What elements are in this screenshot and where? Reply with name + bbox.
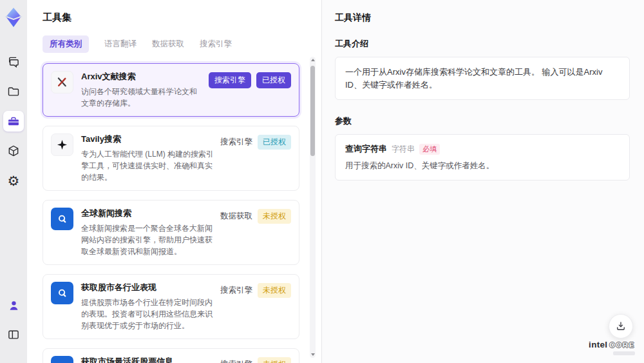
- param-required-badge: 必填: [419, 144, 440, 155]
- gear-icon: ⚙: [8, 174, 20, 188]
- tool-title: 获取市场最活跃股票信息: [81, 356, 214, 363]
- intro-heading: 工具介绍: [335, 38, 630, 50]
- category-tag: 搜索引擎: [220, 285, 252, 296]
- intro-text: 一个用于从Arxiv存储库搜索科学论文和文章的工具。 输入可以是Arxiv ID…: [345, 66, 620, 91]
- card-tags: 搜索引擎 已授权: [209, 72, 291, 88]
- tool-card-arxiv[interactable]: Arxiv文献搜索 访问各个研究领域大量科学论文和文章的存储库。 搜索引擎 已授…: [43, 63, 299, 117]
- sidebar-item-tools[interactable]: [3, 111, 24, 132]
- scrollbar-up-arrow-icon[interactable]: [310, 57, 316, 63]
- app-logo-gem-icon: [3, 6, 24, 28]
- sidebar-item-chat[interactable]: [3, 52, 24, 72]
- authorized-tag-button[interactable]: 已授权: [256, 72, 291, 88]
- card-body: 全球新闻搜索 全球新闻搜索是一个聚合全球各大新闻网站内容的搜索引擎，帮助用户快速…: [73, 208, 220, 257]
- category-tag: 数据获取: [220, 211, 252, 222]
- authorized-badge: 已授权: [258, 135, 291, 150]
- card-tags: 搜索引擎 未授权: [220, 283, 291, 298]
- intro-box: 一个用于从Arxiv存储库搜索科学论文和文章的工具。 输入可以是Arxiv ID…: [335, 57, 630, 100]
- tab-data-fetch[interactable]: 数据获取: [152, 35, 184, 53]
- news-search-icon: [51, 208, 73, 230]
- download-button[interactable]: [609, 314, 633, 338]
- param-type: 字符串: [392, 144, 415, 155]
- param-description: 用于搜索的Arxiv ID、关键字或作者姓名。: [345, 161, 620, 172]
- tool-title: 全球新闻搜索: [81, 208, 214, 219]
- param-header: 查询字符串 字符串 必填: [345, 143, 620, 155]
- param-name: 查询字符串: [345, 143, 387, 155]
- toolbox-icon: [7, 115, 20, 128]
- page-title: 工具集: [43, 12, 299, 24]
- sidebar-item-files[interactable]: [3, 81, 24, 102]
- chat-icon: [7, 55, 20, 68]
- tool-title: Tavily搜索: [81, 133, 214, 145]
- tool-description: 全球新闻搜索是一个聚合全球各大新闻网站内容的搜索引擎，帮助用户快速获取全球最新资…: [81, 222, 214, 257]
- sidebar-item-panels[interactable]: [3, 324, 24, 345]
- card-body: 获取股市各行业表现 提供股票市场各个行业在特定时间段内的表现。投资者可以利用这些…: [73, 282, 220, 331]
- split-panel-icon: [7, 328, 20, 341]
- unauthorized-badge: 未授权: [258, 357, 291, 363]
- market-sector-icon: [51, 282, 73, 304]
- tool-list-panel: 工具集 所有类别 语言翻译 数据获取 搜索引擎 Arxiv文献搜索 访问各个研究…: [27, 0, 322, 363]
- tool-card-global-news[interactable]: 全球新闻搜索 全球新闻搜索是一个聚合全球各大新闻网站内容的搜索引擎，帮助用户快速…: [43, 200, 299, 265]
- tool-title: Arxiv文献搜索: [81, 71, 202, 83]
- card-body: 获取市场最活跃股票信息 提供当天交易量最高的股票列表。投资者可以利用这些信息来识…: [73, 356, 220, 363]
- download-icon: [615, 320, 627, 332]
- card-body: Tavily搜索 专为人工智能代理 (LLM) 构建的搜索引擎工具，可快速提供实…: [73, 133, 220, 183]
- sidebar-item-packages[interactable]: [3, 141, 24, 161]
- intel-core-logo: intel CORE: [589, 340, 635, 355]
- category-tag: 搜索引擎: [220, 359, 252, 363]
- unauthorized-badge: 未授权: [258, 209, 291, 224]
- sidebar-item-settings[interactable]: ⚙: [3, 170, 24, 191]
- category-tabs: 所有类别 语言翻译 数据获取 搜索引擎: [43, 35, 299, 53]
- card-tags: 搜索引擎 已授权: [220, 135, 291, 150]
- tool-description: 提供股票市场各个行业在特定时间段内的表现。投资者可以利用这些信息来识别表现优于或…: [81, 297, 214, 331]
- arxiv-logo-icon: [51, 71, 73, 93]
- brand-sub-mark: [613, 351, 635, 355]
- tool-detail-panel: 工具详情 工具介绍 一个用于从Arxiv存储库搜索科学论文和文章的工具。 输入可…: [322, 0, 644, 363]
- params-box: 查询字符串 字符串 必填 用于搜索的Arxiv ID、关键字或作者姓名。: [335, 134, 630, 181]
- user-icon: [8, 299, 20, 311]
- tab-language-translation[interactable]: 语言翻译: [104, 35, 137, 53]
- tool-card-tavily[interactable]: Tavily搜索 专为人工智能代理 (LLM) 构建的搜索引擎工具，可快速提供实…: [43, 126, 299, 191]
- category-tag: 搜索引擎: [220, 137, 252, 148]
- main-area: 工具集 所有类别 语言翻译 数据获取 搜索引擎 Arxiv文献搜索 访问各个研究…: [27, 0, 644, 363]
- folder-icon: [7, 85, 20, 98]
- category-tag-button[interactable]: 搜索引擎: [209, 72, 251, 88]
- active-stocks-icon: [51, 356, 73, 363]
- scrollbar-down-arrow-icon[interactable]: [310, 351, 316, 358]
- tool-description: 访问各个研究领域大量科学论文和文章的存储库。: [81, 86, 202, 109]
- brand-core-text: CORE: [609, 341, 635, 349]
- unauthorized-badge: 未授权: [258, 283, 291, 298]
- sidebar-item-account[interactable]: [3, 295, 24, 315]
- tool-card-sector-performance[interactable]: 获取股市各行业表现 提供股票市场各个行业在特定时间段内的表现。投资者可以利用这些…: [43, 274, 299, 339]
- tool-description: 专为人工智能代理 (LLM) 构建的搜索引擎工具，可快速提供实时、准确和真实的结…: [81, 148, 214, 183]
- tool-title: 获取股市各行业表现: [81, 282, 214, 293]
- tab-search-engine[interactable]: 搜索引擎: [200, 35, 232, 53]
- detail-title: 工具详情: [335, 12, 630, 24]
- sidebar-rail: ⚙: [0, 0, 27, 363]
- tool-card-active-stocks[interactable]: 获取市场最活跃股票信息 提供当天交易量最高的股票列表。投资者可以利用这些信息来识…: [43, 348, 299, 363]
- list-scrollbar[interactable]: [310, 57, 316, 358]
- card-body: Arxiv文献搜索 访问各个研究领域大量科学论文和文章的存储库。: [73, 71, 209, 109]
- card-tags: 数据获取 未授权: [220, 209, 291, 224]
- package-icon: [7, 144, 20, 157]
- tool-card-list: Arxiv文献搜索 访问各个研究领域大量科学论文和文章的存储库。 搜索引擎 已授…: [43, 63, 299, 363]
- sparkle-icon: [51, 133, 73, 156]
- params-heading: 参数: [335, 115, 630, 127]
- card-tags: 搜索引擎 未授权: [220, 357, 291, 363]
- tab-all-categories[interactable]: 所有类别: [43, 35, 89, 53]
- scrollbar-thumb[interactable]: [310, 66, 315, 156]
- brand-intel-text: intel: [589, 340, 607, 349]
